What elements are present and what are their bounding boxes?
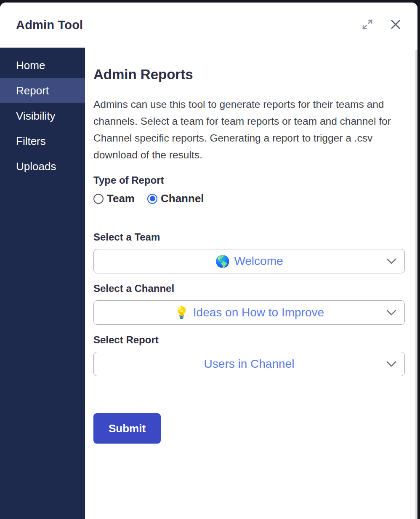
channel-select-value: 💡 Ideas on How to Improve <box>174 306 324 320</box>
expand-icon <box>361 18 374 32</box>
channel-select-group: Select a Channel 💡 Ideas on How to Impro… <box>93 283 405 325</box>
report-select-text: Users in Channel <box>204 357 295 371</box>
sidebar-item-label: Report <box>16 84 49 97</box>
modal-header: Admin Tool <box>0 3 417 48</box>
close-button[interactable] <box>388 17 403 33</box>
header-actions <box>359 16 403 34</box>
team-select-group: Select a Team 🌎 Welcome <box>93 231 405 273</box>
sidebar-item-filters[interactable]: Filters <box>0 128 85 154</box>
sidebar: Home Report Visibility Filters Uploads <box>0 48 85 519</box>
team-select-label: Select a Team <box>93 231 405 243</box>
radio-option-channel[interactable]: Channel <box>147 192 204 205</box>
report-type-options: Team Channel <box>93 192 405 205</box>
channel-select-text: Ideas on How to Improve <box>193 306 324 319</box>
radio-label-team: Team <box>107 192 135 205</box>
window-title: Admin Tool <box>16 18 83 32</box>
team-select-value: 🌎 Welcome <box>215 254 283 268</box>
sidebar-item-label: Home <box>16 59 45 72</box>
expand-button[interactable] <box>359 16 375 34</box>
admin-tool-modal: Admin Tool <box>0 3 417 519</box>
app-background: Admin Tool <box>0 0 420 519</box>
globe-icon: 🌎 <box>215 254 230 268</box>
channel-select-dropdown[interactable]: 💡 Ideas on How to Improve <box>93 300 405 325</box>
channel-select-label: Select a Channel <box>93 283 405 294</box>
radio-label-channel: Channel <box>161 192 204 205</box>
sidebar-item-report[interactable]: Report <box>0 78 85 103</box>
scrollbar[interactable] <box>415 50 417 519</box>
main-content: Admin Reports Admins can use this tool t… <box>85 48 417 519</box>
sidebar-item-label: Visibility <box>16 110 55 123</box>
sidebar-item-uploads[interactable]: Uploads <box>0 154 85 179</box>
report-select-value: Users in Channel <box>204 357 295 371</box>
sidebar-item-label: Filters <box>16 135 46 148</box>
team-select-text: Welcome <box>234 254 283 268</box>
radio-button-channel[interactable] <box>147 194 157 204</box>
radio-option-team[interactable]: Team <box>93 192 135 205</box>
report-select-label: Select Report <box>93 334 405 346</box>
page-description: Admins can use this tool to generate rep… <box>93 96 396 163</box>
report-select-dropdown[interactable]: Users in Channel <box>93 352 405 376</box>
submit-button[interactable]: Submit <box>93 413 161 444</box>
page-title: Admin Reports <box>93 67 405 83</box>
team-select-dropdown[interactable]: 🌎 Welcome <box>93 249 405 273</box>
close-icon <box>390 19 401 32</box>
lightbulb-icon: 💡 <box>174 306 189 320</box>
modal-body: Home Report Visibility Filters Uploads A… <box>0 48 417 519</box>
report-select-group: Select Report Users in Channel <box>93 334 405 376</box>
chevron-down-icon <box>386 258 397 265</box>
chevron-down-icon <box>386 361 397 367</box>
chevron-down-icon <box>386 309 397 316</box>
sidebar-item-label: Uploads <box>16 160 56 173</box>
sidebar-item-home[interactable]: Home <box>0 53 85 78</box>
report-type-label: Type of Report <box>93 174 405 186</box>
radio-button-team[interactable] <box>93 194 104 204</box>
sidebar-item-visibility[interactable]: Visibility <box>0 103 85 128</box>
